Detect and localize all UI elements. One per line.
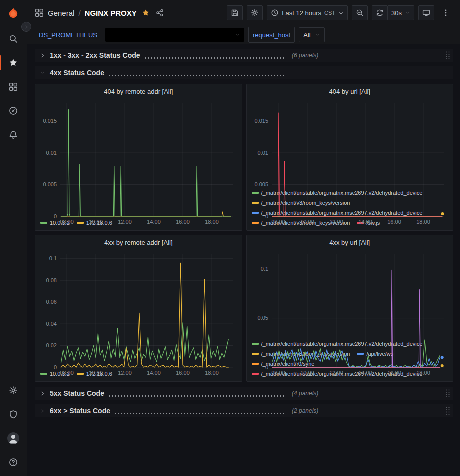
share-button[interactable]	[155, 8, 165, 18]
panel-4xx-by-remote-addr: 4xx by remote addr [All] 08:0010:0012:00…	[35, 235, 242, 382]
refresh-button[interactable]	[372, 5, 388, 20]
main-area: General / NGINX PROXY L	[27, 0, 460, 476]
panel-title[interactable]: 404 by uri [All]	[247, 84, 453, 98]
chevron-right-icon	[40, 391, 45, 396]
sidebar-item-help[interactable]	[0, 450, 27, 474]
svg-text:18:00: 18:00	[416, 370, 430, 376]
svg-text:18:00: 18:00	[416, 219, 430, 225]
person-icon	[7, 432, 19, 444]
chart-404-by-remote-addr[interactable]: 08:0010:0012:0014:0016:0018:0000.0050.01…	[37, 98, 240, 217]
caret-down-icon	[338, 10, 344, 16]
sidebar-item-profile[interactable]	[0, 426, 27, 450]
navbar-actions: Last 12 hours CST 30s	[227, 5, 453, 20]
svg-text:16:00: 16:00	[387, 219, 401, 225]
svg-text:10:00: 10:00	[300, 370, 314, 376]
sidebar-item-starred[interactable]	[0, 51, 27, 75]
refresh-interval-dropdown[interactable]: 30s	[387, 5, 414, 20]
server-admin-shield-icon	[9, 410, 18, 419]
chevron-down-icon	[40, 70, 45, 76]
chevron-right-icon	[40, 408, 45, 414]
svg-text:0.005: 0.005	[254, 181, 268, 187]
row-title: 1xx - 3xx - 2xx Status Code	[50, 51, 140, 59]
chart-4xx-by-uri[interactable]: 08:0010:0012:0014:0016:0018:0000.050.1	[249, 249, 451, 338]
sidebar-item-settings[interactable]	[0, 378, 27, 402]
variables-submenu: DS_PROMETHEUS request_host All	[27, 26, 460, 44]
request-host-variable-dropdown[interactable]: All	[299, 27, 324, 42]
datasource-variable-dropdown[interactable]	[105, 28, 244, 42]
row-title: 6xx > Status Code	[50, 407, 110, 415]
svg-text:0.015: 0.015	[254, 118, 268, 124]
panel-404-by-uri: 404 by uri [All] 08:0010:0012:0014:0016:…	[246, 84, 454, 231]
svg-text:08:00: 08:00	[60, 219, 74, 225]
caret-down-icon	[405, 10, 410, 16]
panel-title[interactable]: 404 by remote addr [All]	[35, 84, 242, 98]
request-host-variable-label[interactable]: request_host	[248, 27, 295, 43]
share-icon	[156, 9, 164, 17]
user-avatar	[7, 432, 19, 444]
svg-text:0: 0	[54, 364, 57, 370]
time-range-picker[interactable]: Last 12 hours CST	[267, 5, 348, 20]
svg-text:0: 0	[265, 213, 268, 219]
drag-handle-icon[interactable]	[445, 389, 450, 398]
svg-text:18:00: 18:00	[205, 370, 219, 376]
dashboard-title[interactable]: NGINX PROXY	[85, 9, 137, 17]
panel-404-by-remote-addr: 404 by remote addr [All] 08:0010:0012:00…	[35, 84, 242, 231]
favorite-star-button[interactable]	[141, 8, 151, 18]
timezone-badge: CST	[324, 10, 335, 16]
cycle-view-button[interactable]	[418, 5, 434, 20]
drag-handle-icon[interactable]	[445, 406, 450, 415]
chevron-right-icon	[24, 24, 29, 30]
cycle-view-monitor-icon	[422, 9, 430, 17]
help-icon	[9, 458, 18, 467]
row-dots-leader	[109, 75, 286, 76]
kebab-menu-button[interactable]	[438, 5, 453, 20]
svg-text:0.1: 0.1	[49, 255, 57, 261]
row-panel-count: (2 panels)	[292, 407, 318, 414]
datasource-variable-label[interactable]: DS_PROMETHEUS	[35, 27, 101, 42]
panels-grid: 404 by remote addr [All] 08:0010:0012:00…	[35, 84, 453, 382]
dashboard-settings-button[interactable]	[247, 5, 263, 20]
row-4xx-status-code[interactable]: 4xx Status Code	[35, 66, 453, 79]
svg-text:0: 0	[265, 364, 268, 370]
caret-down-icon	[235, 32, 240, 38]
row-5xx-status-code[interactable]: 5xx Status Code (4 panels)	[35, 387, 453, 400]
grafana-flame-icon	[7, 7, 20, 20]
chart-4xx-by-remote-addr[interactable]: 08:0010:0012:0014:0016:0018:0000.020.040…	[37, 249, 240, 368]
sidebar-collapse-chevron[interactable]	[21, 22, 31, 32]
svg-text:0.01: 0.01	[46, 150, 57, 156]
sidebar-item-server-admin[interactable]	[0, 402, 27, 426]
svg-text:0.1: 0.1	[260, 266, 268, 272]
sidebar-item-dashboards[interactable]	[0, 75, 27, 99]
drag-handle-icon[interactable]	[445, 51, 450, 60]
svg-text:0.02: 0.02	[46, 342, 57, 348]
breadcrumb: General / NGINX PROXY	[35, 8, 165, 18]
save-icon	[231, 9, 239, 17]
svg-text:14:00: 14:00	[147, 219, 161, 225]
favorite-star-icon	[142, 9, 150, 17]
sidebar-item-alerting[interactable]	[0, 123, 27, 147]
breadcrumb-section[interactable]: General	[48, 9, 74, 17]
svg-text:0.04: 0.04	[46, 321, 57, 327]
panel-4xx-by-uri: 4xx by uri [All] 08:0010:0012:0014:0016:…	[246, 235, 454, 382]
svg-text:10:00: 10:00	[89, 370, 103, 376]
panel-title[interactable]: 4xx by remote addr [All]	[35, 235, 242, 249]
svg-text:12:00: 12:00	[329, 219, 343, 225]
apps-grid-icon	[35, 8, 44, 17]
refresh-icon	[376, 9, 384, 17]
zoom-out-button[interactable]	[352, 5, 368, 20]
row-6xx-status-code[interactable]: 6xx > Status Code (2 panels)	[35, 404, 453, 417]
row-title: 4xx Status Code	[50, 69, 104, 77]
panel-title[interactable]: 4xx by uri [All]	[247, 235, 453, 249]
time-range-label: Last 12 hours	[282, 9, 321, 17]
alerting-bell-icon	[9, 130, 18, 139]
zoom-out-icon	[356, 9, 364, 17]
chart-404-by-uri[interactable]: 08:0010:0012:0014:0016:0018:0000.0050.01…	[249, 98, 451, 187]
grafana-app: General / NGINX PROXY L	[0, 0, 460, 476]
svg-text:10:00: 10:00	[300, 219, 314, 225]
sidebar-item-explore[interactable]	[0, 99, 27, 123]
save-dashboard-button[interactable]	[227, 5, 243, 20]
svg-text:12:00: 12:00	[329, 370, 343, 376]
row-1xx-3xx-2xx-status-code[interactable]: 1xx - 3xx - 2xx Status Code (6 panels)	[35, 49, 453, 62]
svg-text:18:00: 18:00	[205, 219, 219, 225]
svg-text:08:00: 08:00	[60, 370, 74, 376]
